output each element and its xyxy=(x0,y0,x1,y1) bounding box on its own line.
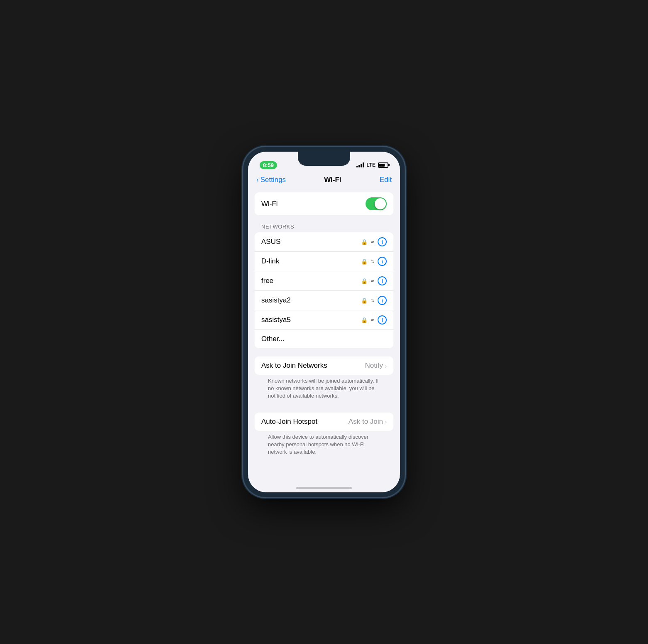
info-button-free[interactable]: i xyxy=(378,276,387,285)
networks-header: NETWORKS xyxy=(255,224,393,232)
wifi-icon-sasistya2: ≈ xyxy=(371,297,374,304)
ask-join-value: Notify xyxy=(365,361,383,370)
ask-join-label: Ask to Join Networks xyxy=(261,361,327,370)
network-row-sasistya5[interactable]: sasistya5 🔒 ≈ i xyxy=(255,310,393,330)
home-indicator xyxy=(296,487,352,489)
ask-join-section: Ask to Join Networks Notify › Known netw… xyxy=(255,356,393,404)
auto-join-row[interactable]: Auto-Join Hotspot Ask to Join › xyxy=(255,413,393,431)
auto-join-label: Auto-Join Hotspot xyxy=(261,418,317,426)
page-title: Wi-Fi xyxy=(324,176,341,184)
network-name-asus: ASUS xyxy=(261,238,280,246)
auto-join-section: Auto-Join Hotspot Ask to Join › Allow th… xyxy=(255,413,393,460)
back-label: Settings xyxy=(260,176,286,184)
battery-fill xyxy=(379,164,385,167)
notch xyxy=(298,152,350,166)
signal-bars xyxy=(356,162,364,167)
info-button-sasistya5[interactable]: i xyxy=(378,315,387,324)
auto-join-description: Allow this device to automatically disco… xyxy=(261,431,387,460)
network-icons-sasistya5: 🔒 ≈ i xyxy=(361,315,387,324)
network-name-dlink: D-link xyxy=(261,257,279,265)
info-button-asus[interactable]: i xyxy=(378,237,387,246)
toggle-thumb xyxy=(375,198,386,209)
network-name-other: Other... xyxy=(261,335,285,343)
wifi-toggle[interactable] xyxy=(366,197,387,210)
auto-join-value-group: Ask to Join › xyxy=(349,418,387,426)
back-button[interactable]: ‹ Settings xyxy=(256,176,286,184)
wifi-icon-asus: ≈ xyxy=(371,238,374,245)
network-icons-asus: 🔒 ≈ i xyxy=(361,237,387,246)
phone-screen: 8:59 LTE ‹ Settings Wi-Fi Edi xyxy=(248,152,400,492)
wifi-toggle-card: Wi-Fi xyxy=(255,192,393,215)
phone-frame: 8:59 LTE ‹ Settings Wi-Fi Edi xyxy=(243,147,405,497)
ask-join-description: Known networks will be joined automatica… xyxy=(261,375,387,404)
lock-icon-free: 🔒 xyxy=(361,278,368,284)
wifi-toggle-section: Wi-Fi xyxy=(255,192,393,215)
wifi-toggle-row: Wi-Fi xyxy=(255,192,393,215)
scroll-content: Wi-Fi NETWORKS ASUS 🔒 ≈ xyxy=(248,188,400,487)
network-icons-sasistya2: 🔒 ≈ i xyxy=(361,296,387,305)
network-icons-dlink: 🔒 ≈ i xyxy=(361,257,387,266)
signal-bar-2 xyxy=(358,165,360,167)
network-name-sasistya5: sasistya5 xyxy=(261,316,291,324)
auto-join-card: Auto-Join Hotspot Ask to Join › xyxy=(255,413,393,431)
status-time: 8:59 xyxy=(260,161,277,169)
network-name-free: free xyxy=(261,277,273,285)
network-row-asus[interactable]: ASUS 🔒 ≈ i xyxy=(255,232,393,252)
wifi-icon-sasistya5: ≈ xyxy=(371,317,374,323)
networks-section: NETWORKS ASUS 🔒 ≈ i D-link xyxy=(255,224,393,348)
ask-join-chevron-icon: › xyxy=(385,362,387,369)
network-row-other[interactable]: Other... xyxy=(255,330,393,348)
ask-join-card: Ask to Join Networks Notify › xyxy=(255,356,393,375)
lock-icon-dlink: 🔒 xyxy=(361,258,368,265)
network-row-sasistya2[interactable]: sasistya2 🔒 ≈ i xyxy=(255,291,393,310)
lock-icon-sasistya5: 🔒 xyxy=(361,317,368,323)
network-name-sasistya2: sasistya2 xyxy=(261,296,291,305)
signal-bar-4 xyxy=(363,162,364,167)
status-right-icons: LTE xyxy=(356,162,388,168)
auto-join-chevron-icon: › xyxy=(385,418,387,425)
back-chevron-icon: ‹ xyxy=(256,176,259,184)
edit-button[interactable]: Edit xyxy=(380,176,392,184)
network-icons-free: 🔒 ≈ i xyxy=(361,276,387,285)
auto-join-value: Ask to Join xyxy=(349,418,383,426)
network-row-dlink[interactable]: D-link 🔒 ≈ i xyxy=(255,252,393,271)
info-button-dlink[interactable]: i xyxy=(378,257,387,266)
battery-icon xyxy=(378,162,388,168)
signal-bar-3 xyxy=(361,164,362,167)
wifi-icon-free: ≈ xyxy=(371,278,374,284)
networks-card: ASUS 🔒 ≈ i D-link 🔒 ≈ i xyxy=(255,232,393,348)
lock-icon-asus: 🔒 xyxy=(361,239,368,245)
wifi-icon-dlink: ≈ xyxy=(371,258,374,265)
lte-label: LTE xyxy=(366,162,376,168)
info-button-sasistya2[interactable]: i xyxy=(378,296,387,305)
lock-icon-sasistya2: 🔒 xyxy=(361,297,368,304)
ask-join-row[interactable]: Ask to Join Networks Notify › xyxy=(255,356,393,375)
network-row-free[interactable]: free 🔒 ≈ i xyxy=(255,271,393,291)
ask-join-value-group: Notify › xyxy=(365,361,387,370)
wifi-label: Wi-Fi xyxy=(261,200,278,208)
signal-bar-1 xyxy=(356,166,358,167)
navigation-bar: ‹ Settings Wi-Fi Edit xyxy=(248,172,400,188)
